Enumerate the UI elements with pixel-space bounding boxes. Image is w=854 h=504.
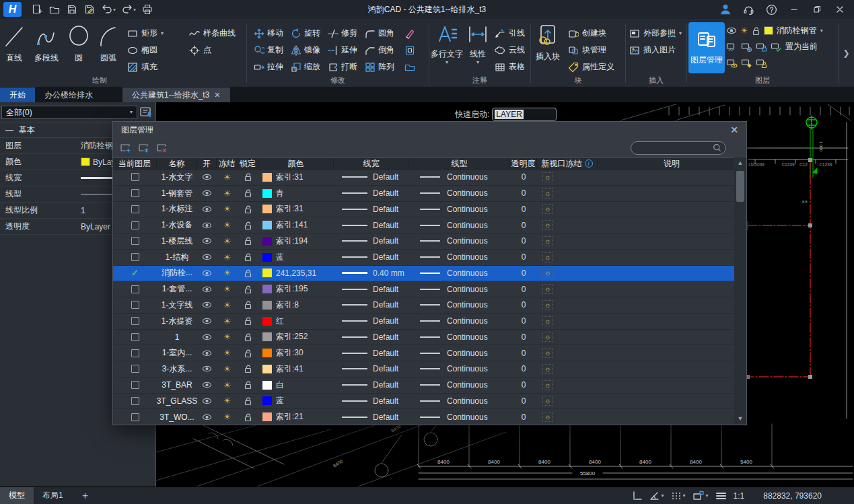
dynamic-input-icon[interactable]: ▾: [692, 491, 709, 501]
layer-freeze-icon[interactable]: ☀: [217, 345, 238, 361]
current-layer-cell[interactable]: [113, 297, 157, 313]
layer-lock-icon[interactable]: [238, 217, 258, 233]
app-logo-icon[interactable]: H: [3, 2, 22, 17]
group-icon[interactable]: [402, 59, 418, 75]
scroll-thumb[interactable]: [736, 171, 744, 202]
layer-freeze-icon[interactable]: ☀: [217, 202, 238, 217]
layer-name[interactable]: 1-水设备: [157, 217, 197, 233]
layer-visibility-icon[interactable]: [726, 26, 737, 35]
layer-on-icon[interactable]: [197, 314, 217, 329]
layer-color-swatch[interactable]: [262, 381, 272, 390]
layer-lineweight-cell[interactable]: Default: [334, 281, 409, 297]
layer-unlock-all-icon[interactable]: [756, 59, 767, 68]
current-layer-checkbox[interactable]: [131, 333, 139, 341]
layer-linetype-cell[interactable]: Continuous: [409, 170, 510, 185]
layer-transparency-cell[interactable]: 0: [510, 394, 537, 409]
layer-color-cell[interactable]: 索引:195: [258, 281, 334, 297]
layer-name[interactable]: 3T_GLASS: [157, 394, 197, 409]
layer-freeze-other-icon[interactable]: [741, 42, 752, 52]
col-transparency[interactable]: 透明度: [510, 158, 537, 169]
layer-linetype-cell[interactable]: Continuous: [409, 233, 510, 249]
layer-lock-other-icon[interactable]: [756, 42, 767, 52]
point-tool[interactable]: 点: [186, 42, 250, 59]
layer-row[interactable]: 1-文字线 ☀ 索引:8 Default Continuous 0 ☼: [113, 297, 746, 314]
tab-doc2[interactable]: 公共建筑1--给排水_t3 ✕: [122, 87, 230, 102]
layer-thaw-all-icon[interactable]: [741, 59, 752, 68]
current-layer-checkbox[interactable]: [131, 173, 139, 181]
layer-linetype-cell[interactable]: Continuous: [409, 394, 510, 409]
layer-color-swatch[interactable]: [262, 221, 272, 229]
layer-lineweight-cell[interactable]: Default: [334, 297, 409, 313]
new-layer-vp-icon[interactable]: [138, 143, 150, 153]
layer-on-icon[interactable]: [197, 377, 217, 393]
current-layer-color-swatch[interactable]: [764, 26, 773, 35]
layer-lock-icon[interactable]: [238, 377, 258, 393]
support-headset-icon[interactable]: [740, 2, 757, 17]
xref-tool[interactable]: 外部参照▾: [626, 25, 686, 42]
layer-transparency-cell[interactable]: 0: [510, 281, 537, 297]
insert-block-tool[interactable]: 插入块: [531, 19, 565, 63]
layer-color-cell[interactable]: 索引:194: [258, 233, 334, 249]
current-layer-dropdown[interactable]: 消防栓钢管▾: [777, 25, 823, 36]
layer-on-icon[interactable]: [197, 281, 217, 297]
current-layer-cell[interactable]: [113, 377, 157, 393]
layer-linetype-cell[interactable]: Continuous: [409, 217, 510, 233]
layer-color-swatch[interactable]: [262, 301, 272, 310]
viewport-freeze-icon[interactable]: ☼: [537, 233, 598, 249]
layer-row[interactable]: 1-水文字 ☀ 索引:31 Default Continuous 0 ☼: [113, 170, 746, 186]
layer-color-cell[interactable]: 蓝: [258, 250, 334, 265]
layer-lock-icon[interactable]: [238, 345, 258, 361]
current-layer-checkbox[interactable]: [131, 253, 139, 261]
layer-color-swatch[interactable]: [262, 205, 272, 213]
layer-lock-icon[interactable]: [238, 394, 258, 409]
col-linetype[interactable]: 线型: [409, 158, 510, 169]
layer-color-swatch[interactable]: [262, 365, 272, 373]
layer-name[interactable]: 3-水系...: [157, 361, 197, 377]
layer-transparency-cell[interactable]: 0: [510, 250, 537, 265]
layer-row[interactable]: 1-室内... ☀ 索引:30 Default Continuous 0 ☼: [113, 345, 746, 361]
layer-on-icon[interactable]: [197, 202, 217, 217]
layer-on-icon[interactable]: [197, 394, 217, 409]
tab-doc1[interactable]: 办公楼给排水: [35, 87, 102, 102]
layer-lineweight-cell[interactable]: Default: [334, 361, 409, 377]
layer-row[interactable]: 1-楼层线 ☀ 索引:194 Default Continuous 0 ☼: [113, 233, 746, 250]
layer-name[interactable]: 3T_BAR: [157, 377, 197, 393]
layer-name[interactable]: 1-水标注: [157, 202, 197, 217]
current-layer-checkbox[interactable]: [131, 237, 139, 245]
layer-color-cell[interactable]: 蓝: [258, 394, 334, 409]
layer-freeze-icon[interactable]: ☀: [217, 314, 238, 329]
layer-lineweight-cell[interactable]: Default: [334, 233, 409, 249]
viewport-freeze-icon[interactable]: ☼: [537, 377, 598, 393]
layer-lineweight-cell[interactable]: Default: [334, 202, 409, 217]
layer-on-icon[interactable]: [197, 297, 217, 313]
layer-lineweight-cell[interactable]: Default: [334, 345, 409, 361]
layer-transparency-cell[interactable]: 0: [510, 202, 537, 217]
layer-lineweight-cell[interactable]: Default: [334, 217, 409, 233]
layer-show-all-icon[interactable]: [726, 59, 738, 68]
current-layer-cell[interactable]: [113, 345, 157, 361]
quick-select-icon[interactable]: [139, 106, 154, 119]
trim-tool[interactable]: 修剪: [328, 25, 365, 42]
save-as-icon[interactable]: [81, 2, 98, 17]
layer-linetype-cell[interactable]: Continuous: [409, 186, 510, 201]
dialog-titlebar[interactable]: 图层管理 ✕: [113, 122, 746, 138]
block-manager-tool[interactable]: 块管理: [565, 42, 621, 59]
layer-transparency-cell[interactable]: 0: [510, 266, 537, 281]
info-icon[interactable]: i: [585, 159, 593, 168]
current-layer-checkbox[interactable]: [131, 301, 139, 309]
layer-linetype-cell[interactable]: Continuous: [409, 409, 510, 425]
layer-color-cell[interactable]: 241,235,31: [258, 266, 334, 281]
scroll-down-icon[interactable]: ▼: [738, 413, 744, 424]
layer-lineweight-cell[interactable]: Default: [334, 186, 409, 201]
layer-name[interactable]: 消防栓...: [157, 266, 197, 281]
layer-on-icon[interactable]: [197, 217, 217, 233]
restore-button[interactable]: [808, 2, 826, 17]
color-swatch[interactable]: [81, 157, 90, 166]
layer-name[interactable]: 1-楼层线: [157, 233, 197, 249]
viewport-freeze-icon[interactable]: ☼: [537, 314, 598, 329]
current-layer-cell[interactable]: ✓: [113, 266, 157, 281]
attribute-define-tool[interactable]: 属性定义: [565, 59, 621, 75]
viewport-freeze-icon[interactable]: ☼: [537, 266, 598, 281]
grid-snap-icon[interactable]: ▾: [671, 491, 686, 501]
layer-color-cell[interactable]: 索引:8: [258, 297, 334, 313]
